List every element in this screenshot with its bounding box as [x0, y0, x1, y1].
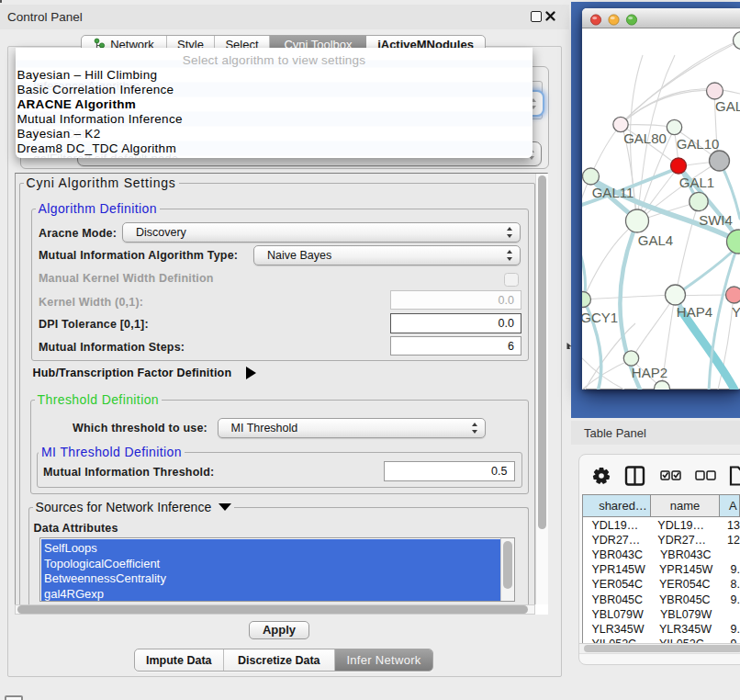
svg-text:HAP2: HAP2	[632, 365, 667, 380]
svg-text:GAL11: GAL11	[592, 185, 634, 200]
svg-text:GAL1: GAL1	[679, 175, 714, 190]
svg-text:Y: Y	[732, 304, 740, 320]
svg-text:SWI4: SWI4	[699, 212, 733, 228]
svg-text:GAL10: GAL10	[677, 136, 720, 152]
svg-text:GAL4: GAL4	[638, 232, 673, 248]
svg-text:GAL7: GAL7	[715, 98, 740, 114]
svg-text:GCY1: GCY1	[582, 310, 618, 325]
svg-text:HAP4: HAP4	[677, 304, 712, 320]
svg-text:GAL80: GAL80	[623, 130, 667, 146]
